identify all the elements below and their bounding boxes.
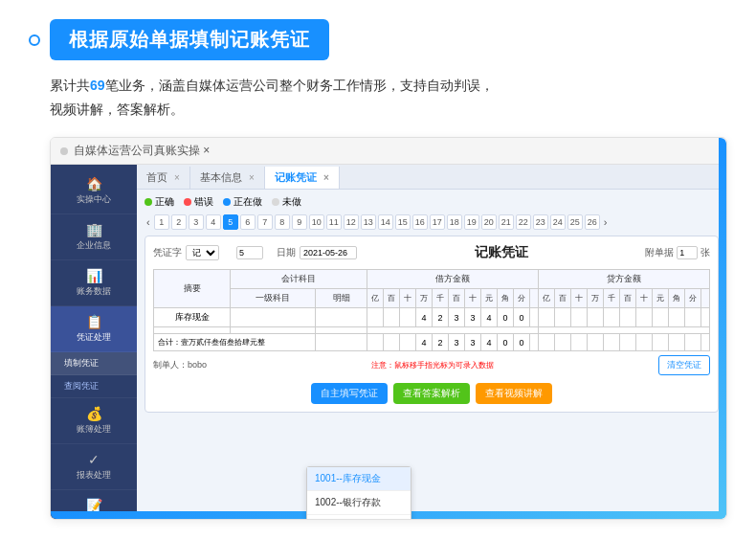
page-15[interactable]: 15 — [395, 214, 411, 230]
page-20[interactable]: 20 — [481, 214, 497, 230]
row1-c1[interactable] — [539, 308, 555, 327]
page-3[interactable]: 3 — [189, 214, 204, 230]
voucher-info-left: 凭证字 记 日期 — [153, 245, 357, 260]
voucher-type-select[interactable]: 记 — [186, 245, 219, 260]
subject-dropdown[interactable]: 1001--库存现金 1002--银行存款 100201--银行存款--农业银 — [306, 466, 411, 519]
row1-d5[interactable]: 2 — [433, 308, 449, 327]
row1-subject2[interactable] — [316, 308, 367, 327]
page-25[interactable]: 25 — [567, 214, 583, 230]
row1-d10[interactable]: 0 — [514, 308, 530, 327]
page-13[interactable]: 13 — [361, 214, 376, 230]
page-1[interactable]: 1 — [154, 214, 169, 230]
page-11[interactable]: 11 — [326, 214, 342, 230]
total-c8 — [653, 334, 669, 351]
th-d9: 角 — [498, 289, 514, 308]
page-7[interactable]: 7 — [257, 214, 273, 230]
page-24[interactable]: 24 — [550, 214, 566, 230]
total-d6: 3 — [449, 334, 465, 351]
status-correct: 正确 — [145, 195, 174, 209]
th-credit: 贷方金额 — [539, 270, 710, 289]
dropdown-item-1002[interactable]: 1002--银行存款 — [307, 491, 411, 515]
page-18[interactable]: 18 — [447, 214, 462, 230]
tab-home[interactable]: 首页 × — [137, 167, 190, 189]
desc-prefix: 累计共 — [50, 78, 90, 93]
page-9[interactable]: 9 — [292, 214, 307, 230]
row1-subject1[interactable] — [231, 308, 316, 327]
th-d3: 十 — [400, 289, 416, 308]
page-8[interactable]: 8 — [275, 214, 290, 230]
sidebar-item-baobiao[interactable]: ✓ 报表处理 — [51, 444, 137, 490]
row1-d8[interactable]: 4 — [481, 308, 498, 327]
total-c5 — [604, 334, 620, 351]
page-17[interactable]: 17 — [430, 214, 445, 230]
row2-subject2[interactable] — [316, 327, 367, 334]
row1-c6[interactable] — [620, 308, 636, 327]
row1-d7[interactable]: 3 — [465, 308, 481, 327]
right-accent-bar — [719, 138, 726, 519]
sidebar-sub-chayue[interactable]: 查阅凭证 — [51, 375, 137, 398]
header-section: 根据原始单据填制记账凭证 — [29, 19, 727, 60]
row1-d1[interactable] — [367, 308, 384, 327]
sidebar-item-pingzheng[interactable]: 📋 凭证处理 — [51, 306, 137, 352]
tab-pingzheng-close[interactable]: × — [323, 172, 329, 183]
page-next[interactable]: › — [602, 216, 610, 228]
th-subject2: 明细 — [316, 289, 367, 308]
dropdown-item-1001[interactable]: 1001--库存现金 — [307, 467, 411, 491]
attach-input[interactable] — [677, 246, 698, 259]
row1-d9[interactable]: 0 — [498, 308, 514, 327]
page-12[interactable]: 12 — [344, 214, 359, 230]
row1-d4[interactable]: 4 — [416, 308, 433, 327]
view-video-btn[interactable]: 查看视频讲解 — [476, 383, 552, 404]
page-26[interactable]: 26 — [585, 214, 600, 230]
row1-c10[interactable] — [685, 308, 701, 327]
row2-subject1[interactable] — [231, 327, 316, 334]
view-answer-btn[interactable]: 查看答案解析 — [393, 383, 470, 404]
page-16[interactable]: 16 — [412, 214, 428, 230]
self-fill-btn[interactable]: 自主填写凭证 — [311, 383, 388, 404]
content-body: 正确 错误 正在做 未做 — [137, 190, 726, 418]
tab-pingzheng[interactable]: 记账凭证 × — [265, 167, 340, 189]
page-4[interactable]: 4 — [206, 214, 221, 230]
sidebar-item-shicao[interactable]: 🏠 实操中心 — [51, 168, 137, 214]
page-6[interactable]: 6 — [240, 214, 256, 230]
page-prev[interactable]: ‹ — [145, 216, 152, 228]
row2-summary[interactable] — [154, 327, 231, 334]
tab-home-close[interactable]: × — [174, 172, 180, 183]
page-10[interactable]: 10 — [309, 214, 324, 230]
sidebar-item-zhangshu[interactable]: 💰 账簿处理 — [51, 398, 137, 444]
total-c3 — [571, 334, 588, 351]
page-21[interactable]: 21 — [499, 214, 514, 230]
page-5[interactable]: 5 — [223, 214, 238, 230]
th-d4: 万 — [416, 289, 433, 308]
sidebar-sub-tianzhi[interactable]: 填制凭证 — [51, 352, 137, 375]
row1-c5[interactable] — [604, 308, 620, 327]
row1-c3[interactable] — [571, 308, 588, 327]
row1-c4[interactable] — [588, 308, 604, 327]
voucher-date-input[interactable] — [300, 246, 357, 259]
row1-d2[interactable] — [384, 308, 400, 327]
voucher-number-input[interactable] — [236, 246, 263, 259]
sidebar-item-zhangwu[interactable]: 📊 账务数据 — [51, 260, 137, 306]
row1-c9[interactable] — [669, 308, 685, 327]
page-23[interactable]: 23 — [533, 214, 548, 230]
row1-c7[interactable] — [636, 308, 653, 327]
zhangwu-icon: 📊 — [86, 268, 102, 283]
voucher-num-label — [223, 246, 233, 259]
row1-c2[interactable] — [555, 308, 571, 327]
th-c2: 百 — [555, 289, 571, 308]
row1-d6[interactable]: 3 — [449, 308, 465, 327]
total-c7 — [636, 334, 653, 351]
sidebar-item-qiye[interactable]: 🏢 企业信息 — [51, 214, 137, 260]
row1-c8[interactable] — [653, 308, 669, 327]
page-22[interactable]: 22 — [516, 214, 531, 230]
tab-jiben-close[interactable]: × — [249, 172, 255, 183]
dropdown-item-100201[interactable]: 100201--银行存款--农业银 — [307, 515, 411, 519]
clear-btn[interactable]: 清空凭证 — [658, 355, 710, 375]
tab-jiben[interactable]: 基本信息 × — [190, 167, 265, 189]
page-14[interactable]: 14 — [378, 214, 393, 230]
th-c7: 十 — [636, 289, 653, 308]
row2-credit — [539, 327, 710, 334]
page-19[interactable]: 19 — [464, 214, 479, 230]
page-2[interactable]: 2 — [171, 214, 187, 230]
row1-d3[interactable] — [400, 308, 416, 327]
